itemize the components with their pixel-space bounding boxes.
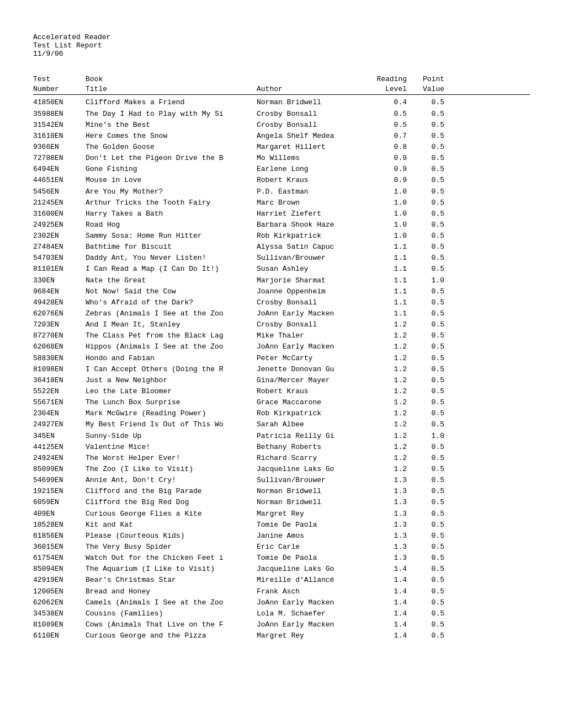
cell-point-value: 0.5 xyxy=(411,341,444,352)
table-row: 12005ENBread and HoneyFrank Asch1.40.5 xyxy=(33,586,530,597)
cell-author: P.D. Eastman xyxy=(257,186,367,197)
table-row: 6494ENGone FishingEarlene Long0.90.5 xyxy=(33,164,530,175)
cell-author: Earlene Long xyxy=(257,164,367,175)
cell-test-number: 7203EN xyxy=(33,319,86,330)
cell-author: Angela Shelf Medea xyxy=(257,131,367,142)
cell-test-number: 81089EN xyxy=(33,619,86,630)
cell-point-value: 0.5 xyxy=(411,553,444,564)
cell-point-value: 0.5 xyxy=(411,264,444,275)
cell-author: Jacqueline Laks Go xyxy=(257,464,367,475)
cell-test-number: 409EN xyxy=(33,508,86,520)
cell-book-title: The Day I Had to Play with My Si xyxy=(86,109,257,120)
cell-point-value: 0.5 xyxy=(411,97,444,108)
cell-reading-level: 0.8 xyxy=(367,142,411,153)
cell-author: Rob Kirkpatrick xyxy=(257,408,367,419)
cell-book-title: Curious George and the Pizza xyxy=(86,630,257,641)
cell-reading-level: 1.4 xyxy=(367,597,411,608)
cell-book-title: Kit and Kat xyxy=(86,520,257,531)
cell-point-value: 1.0 xyxy=(411,275,444,286)
cell-test-number: 330EN xyxy=(33,275,86,286)
cell-reading-level: 1.4 xyxy=(367,630,411,641)
cell-reading-level: 1.3 xyxy=(367,475,411,486)
cell-book-title: I Can Read a Map (I Can Do It!) xyxy=(86,264,257,275)
cell-reading-level: 1.2 xyxy=(367,330,411,341)
cell-reading-level: 1.4 xyxy=(367,575,411,586)
cell-author: Rob Kirkpatrick xyxy=(257,231,367,242)
col-title-header: Book xyxy=(86,74,257,84)
cell-point-value: 0.5 xyxy=(411,308,444,319)
table-row: 5456ENAre You My Mother?P.D. Eastman1.00… xyxy=(33,186,530,197)
cell-book-title: The Lunch Box Surprise xyxy=(86,397,257,408)
table-row: 44651ENMouse in LoveRobert Kraus0.90.5 xyxy=(33,175,530,186)
cell-test-number: 44125EN xyxy=(33,442,86,453)
cell-author: Patricia Reilly Gi xyxy=(257,431,367,442)
table-row: 87270ENThe Class Pet from the Black LagM… xyxy=(33,330,530,341)
cell-test-number: 31542EN xyxy=(33,120,86,131)
table-row: 41850ENClifford Makes a FriendNorman Bri… xyxy=(33,97,530,108)
table-row: 54699ENAnnie Ant, Don't Cry!Sullivan/Bro… xyxy=(33,475,530,486)
table-row: 81089ENCows (Animals That Live on the FJ… xyxy=(33,619,530,630)
cell-author: Barbara Shook Haze xyxy=(257,220,367,231)
cell-reading-level: 1.2 xyxy=(367,364,411,375)
table-row: 61754ENWatch Out for the Chicken Feet iT… xyxy=(33,553,530,564)
table-row: 62076ENZebras (Animals I See at the ZooJ… xyxy=(33,308,530,319)
cell-point-value: 0.5 xyxy=(411,486,444,497)
cell-book-title: Just a New Neighbor xyxy=(86,375,257,386)
cell-test-number: 21245EN xyxy=(33,197,86,208)
cell-test-number: 2302EN xyxy=(33,231,86,242)
cell-book-title: Not Now! Said the Cow xyxy=(86,286,257,297)
cell-point-value: 0.5 xyxy=(411,197,444,208)
cell-author: Crosby Bonsall xyxy=(257,109,367,120)
cell-point-value: 0.5 xyxy=(411,508,444,520)
cell-author: Marc Brown xyxy=(257,197,367,208)
cell-test-number: 10528EN xyxy=(33,520,86,531)
cell-author: Crosby Bonsall xyxy=(257,120,367,131)
table-row: 49428ENWho's Afraid of the Dark?Crosby B… xyxy=(33,297,530,308)
cell-reading-level: 1.4 xyxy=(367,619,411,630)
table-row: 409ENCurious George Flies a KiteMargret … xyxy=(33,508,530,520)
cell-test-number: 12005EN xyxy=(33,586,86,597)
table-row: 85099ENThe Zoo (I Like to Visit)Jacqueli… xyxy=(33,464,530,475)
cell-point-value: 0.5 xyxy=(411,520,444,531)
col-author-header xyxy=(257,74,367,84)
table-row: 9684ENNot Now! Said the CowJoanne Oppenh… xyxy=(33,286,530,297)
cell-author: Margaret Hillert xyxy=(257,142,367,153)
cell-book-title: The Very Busy Spider xyxy=(86,542,257,553)
table-row: 85094ENThe Aquarium (I Like to Visit)Jac… xyxy=(33,564,530,575)
cell-author: Jacqueline Laks Go xyxy=(257,564,367,575)
cell-reading-level: 1.1 xyxy=(367,242,411,253)
cell-point-value: 0.5 xyxy=(411,386,444,397)
cell-reading-level: 1.2 xyxy=(367,431,411,442)
cell-point-value: 0.5 xyxy=(411,575,444,586)
cell-test-number: 61754EN xyxy=(33,553,86,564)
cell-test-number: 9366EN xyxy=(33,142,86,153)
cell-author: JoAnn Early Macken xyxy=(257,597,367,608)
cell-reading-level: 0.9 xyxy=(367,164,411,175)
cell-point-value: 0.5 xyxy=(411,375,444,386)
cell-point-value: 0.5 xyxy=(411,419,444,430)
table-row: 24925ENRoad HogBarbara Shook Haze1.00.5 xyxy=(33,220,530,231)
col-author-sub: Author xyxy=(257,84,367,94)
cell-test-number: 42919EN xyxy=(33,575,86,586)
cell-test-number: 61856EN xyxy=(33,531,86,542)
col-value-sub: Value xyxy=(411,84,444,94)
cell-test-number: 55671EN xyxy=(33,397,86,408)
cell-reading-level: 1.1 xyxy=(367,286,411,297)
cell-book-title: The Worst Helper Ever! xyxy=(86,453,257,464)
cell-test-number: 41850EN xyxy=(33,97,86,108)
table-row: 36015ENThe Very Busy SpiderEric Carle1.3… xyxy=(33,542,530,553)
cell-book-title: Cows (Animals That Live on the F xyxy=(86,619,257,630)
cell-reading-level: 1.1 xyxy=(367,308,411,319)
cell-author: Robert Kraus xyxy=(257,386,367,397)
cell-point-value: 0.5 xyxy=(411,231,444,242)
cell-reading-level: 1.2 xyxy=(367,375,411,386)
cell-author: JoAnn Early Macken xyxy=(257,619,367,630)
table-row: 10528ENKit and KatTomie De Paola1.30.5 xyxy=(33,520,530,531)
cell-author: Crosby Bonsall xyxy=(257,319,367,330)
cell-reading-level: 1.1 xyxy=(367,275,411,286)
cell-point-value: 0.5 xyxy=(411,242,444,253)
cell-book-title: Camels (Animals I See at the Zoo xyxy=(86,597,257,608)
cell-reading-level: 1.2 xyxy=(367,442,411,453)
cell-book-title: The Aquarium (I Like to Visit) xyxy=(86,564,257,575)
cell-reading-level: 1.2 xyxy=(367,453,411,464)
